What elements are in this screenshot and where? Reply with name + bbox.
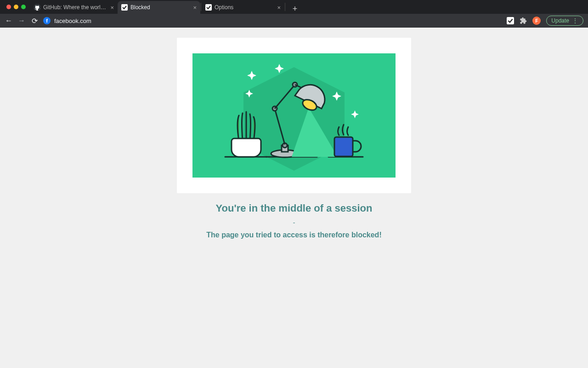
extension-icon	[121, 4, 128, 11]
extensions-icon[interactable]	[520, 17, 527, 24]
profile-avatar[interactable]: F	[532, 17, 541, 25]
tab-title: Options	[215, 4, 274, 11]
tab-blocked[interactable]: Blocked ×	[118, 1, 200, 14]
blocked-card	[177, 38, 411, 193]
tab-title: Blocked	[130, 4, 190, 11]
site-favicon-letter: f	[46, 18, 48, 23]
extension-icon	[205, 4, 212, 11]
window-close-button[interactable]	[6, 5, 11, 9]
tab-strip: GitHub: Where the world build… × Blocked…	[0, 0, 588, 14]
back-button[interactable]: ←	[5, 17, 13, 25]
extension-pinned-icon[interactable]	[507, 17, 514, 24]
tab-divider	[285, 3, 285, 11]
browser-chrome: GitHub: Where the world build… × Blocked…	[0, 0, 588, 28]
reload-button[interactable]: ⟳	[30, 17, 39, 25]
profile-letter: F	[535, 18, 538, 23]
window-fullscreen-button[interactable]	[21, 5, 26, 9]
update-label: Update	[551, 17, 569, 24]
address-text: facebook.com	[54, 17, 91, 24]
toolbar-right: F Update ⋮	[507, 16, 583, 26]
svg-rect-18	[334, 137, 353, 156]
toolbar: ← → ⟳ f facebook.com F Update ⋮	[0, 14, 588, 28]
tab-title: GitHub: Where the world build…	[43, 4, 107, 11]
close-icon[interactable]: ×	[277, 4, 281, 11]
separator: -	[206, 219, 381, 226]
forward-button[interactable]: →	[17, 17, 26, 25]
window-minimize-button[interactable]	[14, 5, 18, 9]
blocked-message: You're in the middle of a session - The …	[206, 202, 381, 239]
close-icon[interactable]: ×	[110, 4, 114, 11]
github-icon	[34, 4, 40, 11]
tab-github[interactable]: GitHub: Where the world build… ×	[30, 1, 118, 14]
svg-rect-2	[205, 4, 212, 11]
tab-divider	[201, 3, 201, 11]
address-bar[interactable]: f facebook.com	[43, 17, 91, 24]
new-tab-button[interactable]: +	[289, 4, 300, 14]
window-controls	[4, 5, 30, 9]
page-viewport: You're in the middle of a session - The …	[0, 28, 588, 368]
blocked-subheading: The page you tried to access is therefor…	[206, 231, 381, 239]
close-icon[interactable]: ×	[193, 4, 197, 11]
update-button[interactable]: Update ⋮	[546, 16, 583, 26]
tabs: GitHub: Where the world build… × Blocked…	[30, 0, 300, 14]
site-favicon: f	[43, 17, 51, 24]
svg-rect-3	[507, 17, 514, 24]
svg-rect-1	[121, 4, 128, 11]
tab-options[interactable]: Options ×	[202, 1, 284, 14]
blocked-heading: You're in the middle of a session	[206, 202, 381, 214]
hero-illustration	[192, 53, 396, 178]
